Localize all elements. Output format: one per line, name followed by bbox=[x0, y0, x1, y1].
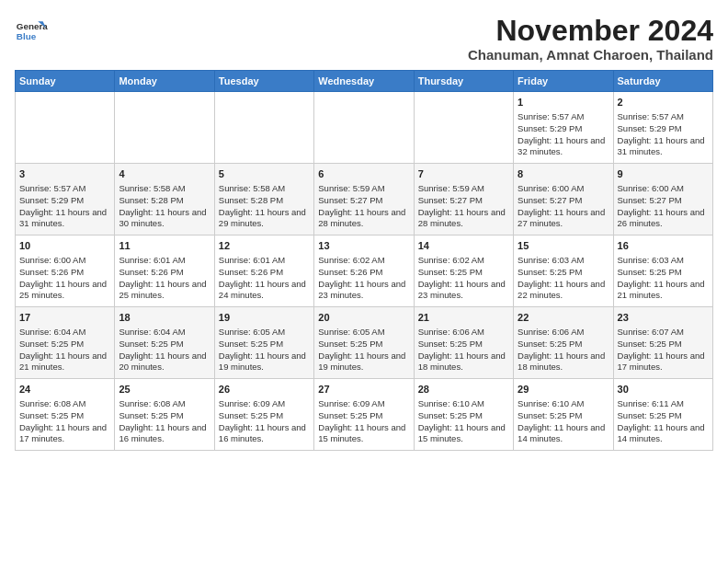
daylight-text: Daylight: 11 hours and 26 minutes. bbox=[618, 207, 705, 229]
calendar-week-row: 24Sunrise: 6:08 AMSunset: 5:25 PMDayligh… bbox=[16, 379, 713, 451]
calendar-cell: 30Sunrise: 6:11 AMSunset: 5:25 PMDayligh… bbox=[613, 379, 712, 451]
day-number: 12 bbox=[219, 239, 310, 253]
daylight-text: Daylight: 11 hours and 23 minutes. bbox=[318, 279, 405, 301]
day-number: 28 bbox=[418, 383, 509, 396]
sunrise-text: Sunrise: 6:10 AM bbox=[518, 398, 584, 408]
weekday-header: Tuesday bbox=[214, 71, 313, 92]
calendar-table: SundayMondayTuesdayWednesdayThursdayFrid… bbox=[15, 70, 713, 451]
sunrise-text: Sunrise: 6:05 AM bbox=[318, 327, 384, 337]
sunrise-text: Sunrise: 6:03 AM bbox=[518, 255, 584, 265]
day-number: 27 bbox=[318, 383, 409, 396]
calendar-week-row: 17Sunrise: 6:04 AMSunset: 5:25 PMDayligh… bbox=[16, 307, 713, 379]
day-number: 15 bbox=[518, 239, 609, 253]
calendar-cell: 17Sunrise: 6:04 AMSunset: 5:25 PMDayligh… bbox=[16, 307, 115, 379]
sunrise-text: Sunrise: 6:07 AM bbox=[618, 327, 684, 337]
sunrise-text: Sunrise: 5:59 AM bbox=[318, 183, 384, 193]
logo: General Blue bbox=[15, 15, 48, 48]
daylight-text: Daylight: 11 hours and 25 minutes. bbox=[19, 279, 107, 301]
day-number: 17 bbox=[19, 311, 110, 325]
day-number: 11 bbox=[119, 239, 210, 253]
calendar-cell: 8Sunrise: 6:00 AMSunset: 5:27 PMDaylight… bbox=[514, 164, 613, 236]
sunset-text: Sunset: 5:25 PM bbox=[119, 339, 183, 349]
sunrise-text: Sunrise: 5:57 AM bbox=[618, 111, 684, 121]
calendar-cell: 29Sunrise: 6:10 AMSunset: 5:25 PMDayligh… bbox=[514, 379, 613, 451]
daylight-text: Daylight: 11 hours and 30 minutes. bbox=[119, 207, 206, 229]
sunset-text: Sunset: 5:25 PM bbox=[318, 410, 382, 420]
daylight-text: Daylight: 11 hours and 19 minutes. bbox=[219, 350, 306, 373]
calendar-cell: 21Sunrise: 6:06 AMSunset: 5:25 PMDayligh… bbox=[414, 307, 513, 379]
sunrise-text: Sunrise: 6:00 AM bbox=[518, 183, 584, 193]
day-number: 5 bbox=[219, 167, 310, 181]
sunset-text: Sunset: 5:25 PM bbox=[219, 339, 283, 349]
sunset-text: Sunset: 5:26 PM bbox=[318, 267, 382, 277]
sunrise-text: Sunrise: 5:59 AM bbox=[418, 183, 484, 193]
calendar-cell: 4Sunrise: 5:58 AMSunset: 5:28 PMDaylight… bbox=[115, 164, 214, 236]
sunset-text: Sunset: 5:28 PM bbox=[119, 195, 183, 205]
sunrise-text: Sunrise: 6:02 AM bbox=[318, 255, 384, 265]
daylight-text: Daylight: 11 hours and 21 minutes. bbox=[19, 350, 107, 373]
svg-text:Blue: Blue bbox=[17, 31, 37, 41]
day-number: 13 bbox=[318, 239, 409, 253]
day-number: 16 bbox=[618, 239, 709, 253]
day-number: 1 bbox=[518, 96, 609, 109]
daylight-text: Daylight: 11 hours and 32 minutes. bbox=[518, 135, 605, 157]
page-header: General Blue November 2024 Chanuman, Amn… bbox=[15, 15, 713, 63]
sunset-text: Sunset: 5:25 PM bbox=[418, 339, 483, 349]
sunrise-text: Sunrise: 6:10 AM bbox=[418, 398, 484, 408]
calendar-cell: 9Sunrise: 6:00 AMSunset: 5:27 PMDaylight… bbox=[613, 164, 712, 236]
sunset-text: Sunset: 5:25 PM bbox=[518, 267, 582, 277]
calendar-week-row: 10Sunrise: 6:00 AMSunset: 5:26 PMDayligh… bbox=[16, 236, 713, 307]
calendar-cell: 7Sunrise: 5:59 AMSunset: 5:27 PMDaylight… bbox=[414, 164, 513, 236]
daylight-text: Daylight: 11 hours and 18 minutes. bbox=[518, 350, 605, 373]
calendar-cell: 12Sunrise: 6:01 AMSunset: 5:26 PMDayligh… bbox=[214, 236, 313, 307]
day-number: 8 bbox=[518, 167, 609, 181]
month-title: November 2024 bbox=[468, 15, 713, 47]
title-block: November 2024 Chanuman, Amnat Charoen, T… bbox=[468, 15, 713, 63]
daylight-text: Daylight: 11 hours and 31 minutes. bbox=[19, 207, 107, 229]
calendar-cell bbox=[115, 92, 214, 164]
sunset-text: Sunset: 5:26 PM bbox=[119, 267, 183, 277]
sunrise-text: Sunrise: 5:57 AM bbox=[518, 111, 584, 121]
day-number: 19 bbox=[219, 311, 310, 325]
daylight-text: Daylight: 11 hours and 29 minutes. bbox=[219, 207, 306, 229]
sunset-text: Sunset: 5:29 PM bbox=[618, 123, 682, 133]
sunset-text: Sunset: 5:25 PM bbox=[618, 410, 682, 420]
calendar-cell: 18Sunrise: 6:04 AMSunset: 5:25 PMDayligh… bbox=[115, 307, 214, 379]
calendar-cell: 16Sunrise: 6:03 AMSunset: 5:25 PMDayligh… bbox=[613, 236, 712, 307]
day-number: 20 bbox=[318, 311, 409, 325]
calendar-cell bbox=[16, 92, 115, 164]
calendar-cell bbox=[214, 92, 313, 164]
sunset-text: Sunset: 5:26 PM bbox=[219, 267, 283, 277]
day-number: 30 bbox=[618, 383, 709, 396]
daylight-text: Daylight: 11 hours and 17 minutes. bbox=[618, 350, 705, 373]
sunset-text: Sunset: 5:29 PM bbox=[518, 123, 582, 133]
sunrise-text: Sunrise: 6:02 AM bbox=[418, 255, 484, 265]
sunrise-text: Sunrise: 5:58 AM bbox=[219, 183, 285, 193]
calendar-cell: 23Sunrise: 6:07 AMSunset: 5:25 PMDayligh… bbox=[613, 307, 712, 379]
calendar-cell: 11Sunrise: 6:01 AMSunset: 5:26 PMDayligh… bbox=[115, 236, 214, 307]
sunrise-text: Sunrise: 6:00 AM bbox=[19, 255, 85, 265]
day-number: 6 bbox=[318, 167, 409, 181]
sunrise-text: Sunrise: 6:04 AM bbox=[119, 327, 185, 337]
sunset-text: Sunset: 5:25 PM bbox=[418, 267, 483, 277]
sunrise-text: Sunrise: 6:06 AM bbox=[518, 327, 584, 337]
weekday-header: Saturday bbox=[613, 71, 712, 92]
day-number: 7 bbox=[418, 167, 509, 181]
daylight-text: Daylight: 11 hours and 31 minutes. bbox=[618, 135, 705, 157]
day-number: 29 bbox=[518, 383, 609, 396]
calendar-cell bbox=[414, 92, 513, 164]
day-number: 25 bbox=[119, 383, 210, 396]
daylight-text: Daylight: 11 hours and 24 minutes. bbox=[219, 279, 306, 301]
sunset-text: Sunset: 5:27 PM bbox=[418, 195, 483, 205]
daylight-text: Daylight: 11 hours and 15 minutes. bbox=[318, 422, 405, 444]
weekday-header: Wednesday bbox=[314, 71, 414, 92]
day-number: 10 bbox=[19, 239, 110, 253]
sunset-text: Sunset: 5:25 PM bbox=[119, 410, 183, 420]
day-number: 23 bbox=[618, 311, 709, 325]
day-number: 22 bbox=[518, 311, 609, 325]
sunrise-text: Sunrise: 6:05 AM bbox=[219, 327, 285, 337]
sunset-text: Sunset: 5:25 PM bbox=[219, 410, 283, 420]
weekday-header: Monday bbox=[115, 71, 214, 92]
calendar-cell: 27Sunrise: 6:09 AMSunset: 5:25 PMDayligh… bbox=[314, 379, 414, 451]
sunset-text: Sunset: 5:25 PM bbox=[418, 410, 483, 420]
